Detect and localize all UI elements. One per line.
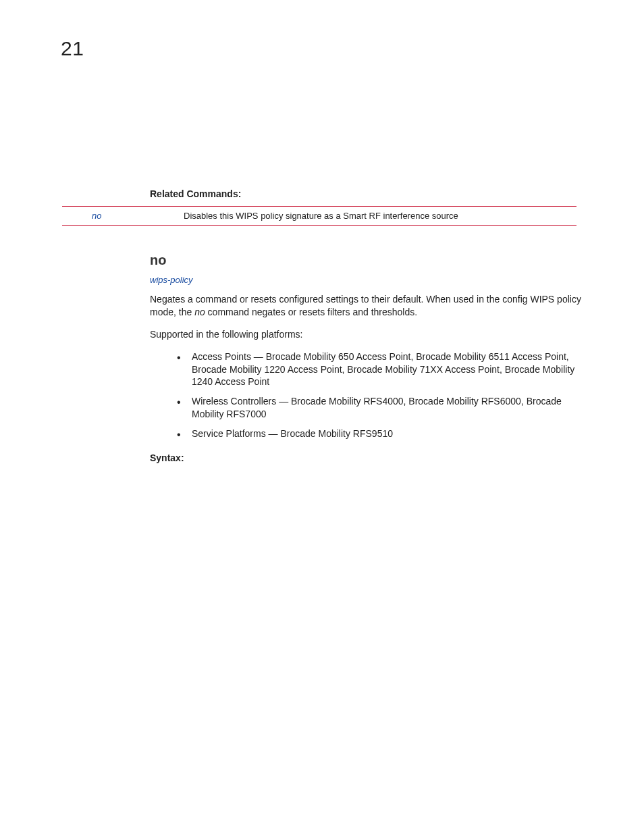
description-paragraph: Negates a command or resets configured s… <box>150 293 583 319</box>
para-text-b: command negates or resets filters and th… <box>205 307 417 317</box>
platform-list: Access Points — Brocade Mobility 650 Acc… <box>150 350 583 440</box>
related-commands-table: no Disables this WIPS policy signature a… <box>62 206 576 226</box>
main-content: Related Commands: no Disables this WIPS … <box>150 188 583 463</box>
inline-no-keyword: no <box>194 307 205 317</box>
related-command-desc: Disables this WIPS policy signature as a… <box>184 207 576 226</box>
related-commands-title: Related Commands: <box>150 188 583 199</box>
related-command-name[interactable]: no <box>62 207 184 226</box>
page-container: 21 Related Commands: no Disables this WI… <box>0 0 644 834</box>
table-row: no Disables this WIPS policy signature a… <box>62 207 576 226</box>
page-number: 21 <box>61 37 583 60</box>
syntax-title: Syntax: <box>150 452 583 463</box>
list-item: Service Platforms — Brocade Mobility RFS… <box>177 427 583 440</box>
breadcrumb-link-wips-policy[interactable]: wips-policy <box>150 275 583 285</box>
section-heading-no: no <box>150 253 583 268</box>
list-item: Access Points — Brocade Mobility 650 Acc… <box>177 350 583 389</box>
supported-intro: Supported in the following platforms: <box>150 328 583 341</box>
list-item: Wireless Controllers — Brocade Mobility … <box>177 395 583 421</box>
